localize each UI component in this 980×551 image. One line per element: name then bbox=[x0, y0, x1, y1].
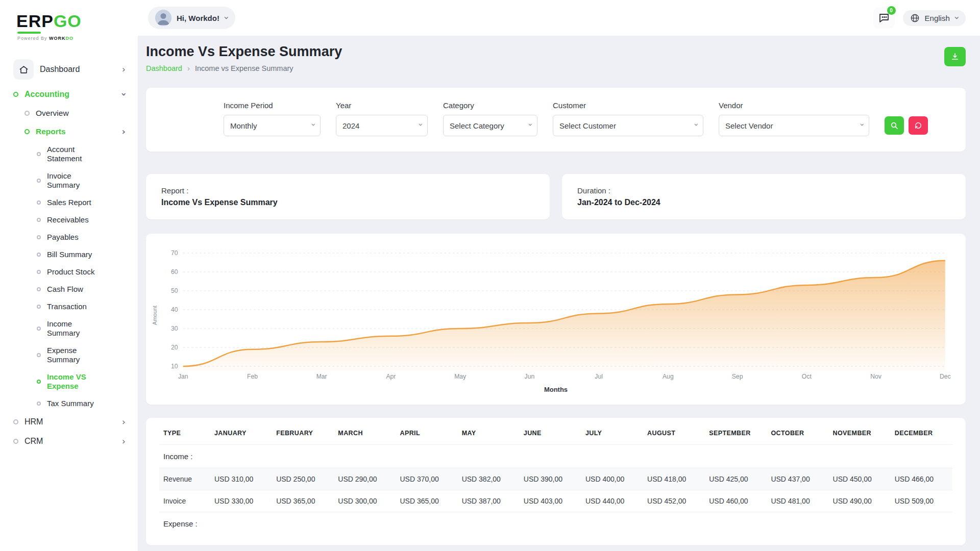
chevron-down-icon: › bbox=[222, 16, 231, 19]
language-label: English bbox=[925, 14, 950, 22]
sidebar-item-label: Product Stock bbox=[47, 267, 94, 277]
column-header-december: DECEMBER bbox=[891, 421, 952, 445]
sidebar-item-tax-summary[interactable]: Tax Summary bbox=[34, 395, 129, 412]
powered-by-text: Powered By WORKDO bbox=[17, 36, 129, 41]
column-header-january: JANUARY bbox=[210, 421, 272, 445]
sidebar-item-income-vs-expense[interactable]: Income VS Expense bbox=[34, 368, 129, 395]
sidebar-item-overview[interactable]: Overview bbox=[21, 104, 129, 122]
table-section-expense: Expense : bbox=[159, 512, 952, 536]
sidebar-item-label: Receivables bbox=[47, 215, 89, 224]
breadcrumb: Dashboard › Income vs Expense Summary bbox=[146, 64, 342, 72]
circle-icon bbox=[24, 129, 30, 134]
table-cell: USD 425,00 bbox=[705, 468, 767, 490]
year-label: Year bbox=[336, 101, 428, 110]
chevron-down-icon: › bbox=[119, 92, 128, 96]
sidebar: ERPGO Powered By WORKDO Dashboard › Acco… bbox=[0, 0, 138, 551]
row-type-cell: Invoice bbox=[159, 490, 210, 512]
sidebar-item-crm[interactable]: CRM › bbox=[10, 432, 129, 451]
app-root: ERPGO Powered By WORKDO Dashboard › Acco… bbox=[0, 0, 980, 551]
sidebar-item-label: Accounting bbox=[24, 90, 69, 99]
column-header-may: MAY bbox=[458, 421, 520, 445]
sidebar-item-bill-summary[interactable]: Bill Summary bbox=[34, 246, 129, 263]
sidebar-item-accounting[interactable]: Accounting › bbox=[10, 85, 129, 104]
erpgo-logo[interactable]: ERPGO Powered By WORKDO bbox=[16, 12, 129, 41]
column-header-march: MARCH bbox=[334, 421, 396, 445]
category-select[interactable]: Select Category bbox=[443, 115, 537, 136]
svg-text:10: 10 bbox=[171, 363, 178, 370]
sidebar-item-product-stock[interactable]: Product Stock bbox=[34, 263, 129, 281]
category-label: Category bbox=[443, 101, 537, 110]
sidebar-item-expense-summary[interactable]: Expense Summary bbox=[34, 342, 129, 368]
circle-icon bbox=[13, 92, 18, 97]
breadcrumb-link-dashboard[interactable]: Dashboard bbox=[146, 64, 182, 72]
vendor-select[interactable]: Select Vendor bbox=[719, 115, 869, 136]
sidebar-item-label: HRM bbox=[24, 417, 43, 427]
table-cell: USD 290,00 bbox=[334, 468, 396, 490]
sidebar-item-label: CRM bbox=[24, 437, 43, 446]
chevron-right-icon: › bbox=[122, 417, 126, 427]
table-cell: USD 481,00 bbox=[767, 490, 828, 512]
user-menu[interactable]: Hi, Workdo! › bbox=[148, 7, 235, 29]
sidebar-item-receivables[interactable]: Receivables bbox=[34, 211, 129, 229]
table-cell: USD 466,00 bbox=[891, 468, 952, 490]
circle-icon bbox=[37, 253, 41, 257]
sidebar-item-dashboard[interactable]: Dashboard › bbox=[10, 54, 129, 85]
column-header-type: TYPE bbox=[159, 421, 210, 445]
sidebar-item-label: Expense Summary bbox=[47, 346, 104, 364]
circle-icon bbox=[37, 380, 41, 384]
year-field: Year 2024 › bbox=[336, 101, 428, 136]
vendor-label: Vendor bbox=[719, 101, 869, 110]
sidebar-item-hrm[interactable]: HRM › bbox=[10, 412, 129, 432]
reset-button[interactable] bbox=[909, 116, 928, 135]
table-cell: USD 490,00 bbox=[829, 490, 891, 512]
table-cell: USD 390,00 bbox=[520, 468, 581, 490]
circle-icon bbox=[24, 111, 30, 116]
search-button[interactable] bbox=[885, 116, 904, 135]
svg-text:Apr: Apr bbox=[386, 373, 396, 380]
income-period-select[interactable]: Monthly bbox=[224, 115, 321, 136]
report-value: Income Vs Expense Summary bbox=[161, 198, 534, 207]
table-header-row: TYPEJANUARYFEBRUARYMARCHAPRILMAYJUNEJULY… bbox=[159, 421, 952, 445]
logo-text: ERPGO bbox=[16, 12, 129, 30]
home-icon bbox=[13, 59, 34, 80]
customer-select[interactable]: Select Customer bbox=[553, 115, 703, 136]
sidebar-item-sales-report[interactable]: Sales Report bbox=[34, 194, 129, 211]
sidebar-item-income-summary[interactable]: Income Summary bbox=[34, 315, 129, 342]
circle-icon bbox=[37, 218, 41, 222]
report-label: Report : bbox=[161, 186, 534, 195]
sidebar-item-label: Bill Summary bbox=[47, 250, 92, 259]
chevron-right-icon: › bbox=[187, 64, 190, 72]
circle-icon bbox=[37, 402, 41, 406]
sidebar-item-invoice-summary[interactable]: Invoice Summary bbox=[34, 167, 129, 194]
sidebar-item-payables[interactable]: Payables bbox=[34, 229, 129, 246]
language-menu[interactable]: English › bbox=[903, 10, 966, 26]
notifications-button[interactable]: 0 bbox=[873, 7, 895, 29]
sidebar-item-label: Account Statement bbox=[47, 145, 104, 163]
duration-label: Duration : bbox=[577, 186, 950, 195]
svg-text:May: May bbox=[454, 373, 467, 380]
circle-icon bbox=[37, 287, 41, 291]
svg-text:Sep: Sep bbox=[732, 373, 743, 380]
table-cell: USD 460,00 bbox=[705, 490, 767, 512]
user-greeting: Hi, Workdo! bbox=[177, 14, 219, 22]
sidebar-item-transaction[interactable]: Transaction bbox=[34, 298, 129, 315]
logo-underline bbox=[17, 32, 41, 34]
sidebar-item-cash-flow[interactable]: Cash Flow bbox=[34, 281, 129, 298]
sidebar-item-account-statement[interactable]: Account Statement bbox=[34, 141, 129, 167]
svg-text:50: 50 bbox=[171, 287, 178, 294]
svg-text:Jun: Jun bbox=[525, 373, 535, 380]
income-period-label: Income Period bbox=[224, 101, 321, 110]
table-cell: USD 452,00 bbox=[643, 490, 705, 512]
sidebar-item-label: Transaction bbox=[47, 302, 87, 311]
circle-icon bbox=[37, 327, 41, 331]
table-cell: USD 365,00 bbox=[396, 490, 457, 512]
duration-card: Duration : Jan-2024 to Dec-2024 bbox=[562, 174, 966, 219]
year-select[interactable]: 2024 bbox=[336, 115, 428, 136]
svg-text:Aug: Aug bbox=[663, 373, 674, 380]
row-type-cell: Revenue bbox=[159, 468, 210, 490]
sidebar-item-label: Reports bbox=[36, 127, 66, 136]
svg-text:30: 30 bbox=[171, 325, 178, 332]
sidebar-item-reports[interactable]: Reports › bbox=[21, 122, 129, 141]
vendor-field: Vendor Select Vendor › bbox=[719, 101, 869, 136]
download-button[interactable] bbox=[944, 47, 966, 66]
